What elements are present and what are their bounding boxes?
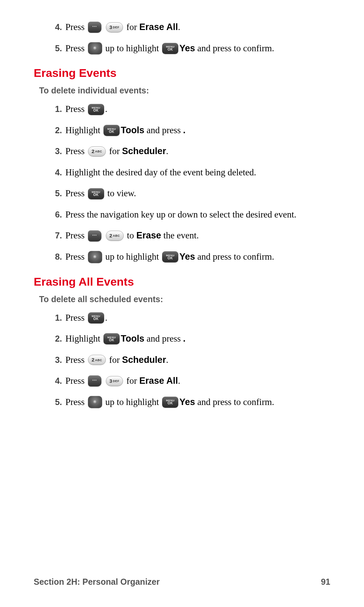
step-number: 8. [50, 250, 65, 263]
page-footer: Section 2H: Personal Organizer 91 [34, 577, 330, 587]
manual-page: 4.Press 3DEF for Erase All.5.Press up to… [0, 0, 364, 607]
continuation-steps: 4.Press 3DEF for Erase All.5.Press up to… [34, 20, 330, 55]
step-number: 7. [50, 229, 65, 242]
menu-ok-key-icon: MENUOK [162, 43, 178, 54]
step-number: 2. [50, 123, 65, 137]
step-text: Press up to highlight MENUOKYes and pres… [65, 395, 330, 409]
lead-erasing-events: To delete individual events: [39, 86, 330, 95]
step: 4.Highlight the desired day of the event… [34, 166, 330, 179]
steps-erasing-all-events: 1.Press MENUOK.2.Highlight MENUOKTools a… [34, 311, 330, 409]
step: 4.Press 3DEF for Erase All. [34, 20, 330, 34]
step-number: 4. [50, 20, 65, 34]
step-text: Press MENUOK. [65, 311, 330, 325]
step-text: Highlight MENUOKTools and press . [65, 123, 330, 137]
keypad-3-key-icon: 3DEF [106, 22, 123, 32]
step-text: Press MENUOK to view. [65, 186, 330, 200]
step-text: Press 3DEF for Erase All. [65, 20, 330, 34]
step-text: Press the navigation key up or down to s… [65, 208, 330, 222]
softkey-icon [88, 375, 101, 386]
step-number: 2. [50, 332, 65, 345]
menu-ok-key-icon: MENUOK [103, 333, 120, 344]
footer-page-number: 91 [321, 577, 330, 587]
step-number: 4. [50, 374, 65, 387]
keypad-2-key-icon: 2ABC [88, 146, 106, 156]
step-text: Press 2ABC for Scheduler. [65, 144, 330, 158]
step: 7.Press 2ABC to Erase the event. [34, 229, 330, 242]
step-number: 3. [50, 353, 65, 367]
step-number: 1. [50, 311, 65, 324]
step-number: 5. [50, 395, 65, 409]
menu-ok-key-icon: MENUOK [88, 104, 104, 115]
step: 1.Press MENUOK. [34, 311, 330, 325]
menu-ok-key-icon: MENUOK [88, 312, 104, 323]
step: 5.Press MENUOK to view. [34, 186, 330, 200]
menu-ok-key-icon: MENUOK [162, 397, 178, 408]
step-number: 5. [50, 41, 65, 55]
heading-erasing-all-events: Erasing All Events [34, 275, 330, 288]
menu-ok-key-icon: MENUOK [88, 188, 104, 199]
step-text: Press 3DEF for Erase All. [65, 374, 330, 388]
step: 3.Press 2ABC for Scheduler. [34, 353, 330, 367]
step-text: Press 2ABC to Erase the event. [65, 229, 330, 242]
step: 1.Press MENUOK. [34, 102, 330, 116]
keypad-3-key-icon: 3DEF [106, 376, 123, 386]
navigation-key-icon [88, 42, 102, 54]
step: 6.Press the navigation key up or down to… [34, 208, 330, 222]
step: 2.Highlight MENUOKTools and press . [34, 123, 330, 137]
step-number: 5. [50, 186, 65, 200]
step-number: 4. [50, 166, 65, 179]
step-text: Highlight the desired day of the event b… [65, 166, 330, 179]
step-text: Press MENUOK. [65, 102, 330, 116]
step-text: Press up to highlight MENUOKYes and pres… [65, 41, 330, 55]
navigation-key-icon [88, 251, 102, 263]
navigation-key-icon [88, 396, 102, 408]
footer-section-label: Section 2H: Personal Organizer [34, 577, 160, 587]
step-text: Highlight MENUOKTools and press . [65, 332, 330, 346]
steps-erasing-events: 1.Press MENUOK.2.Highlight MENUOKTools a… [34, 102, 330, 263]
menu-ok-key-icon: MENUOK [162, 251, 178, 262]
keypad-2-key-icon: 2ABC [106, 231, 124, 241]
step: 5.Press up to highlight MENUOKYes and pr… [34, 41, 330, 55]
softkey-icon [88, 230, 101, 241]
step-number: 1. [50, 102, 65, 116]
heading-erasing-events: Erasing Events [34, 66, 330, 80]
step-number: 3. [50, 144, 65, 158]
step: 2.Highlight MENUOKTools and press . [34, 332, 330, 346]
keypad-2-key-icon: 2ABC [88, 355, 106, 365]
step-number: 6. [50, 208, 65, 221]
menu-ok-key-icon: MENUOK [103, 125, 120, 136]
lead-erasing-all-events: To delete all scheduled events: [39, 294, 330, 304]
step: 3.Press 2ABC for Scheduler. [34, 144, 330, 158]
softkey-icon [88, 22, 101, 33]
step: 4.Press 3DEF for Erase All. [34, 374, 330, 388]
step: 8.Press up to highlight MENUOKYes and pr… [34, 250, 330, 264]
step: 5.Press up to highlight MENUOKYes and pr… [34, 395, 330, 409]
step-text: Press up to highlight MENUOKYes and pres… [65, 250, 330, 264]
step-text: Press 2ABC for Scheduler. [65, 353, 330, 367]
